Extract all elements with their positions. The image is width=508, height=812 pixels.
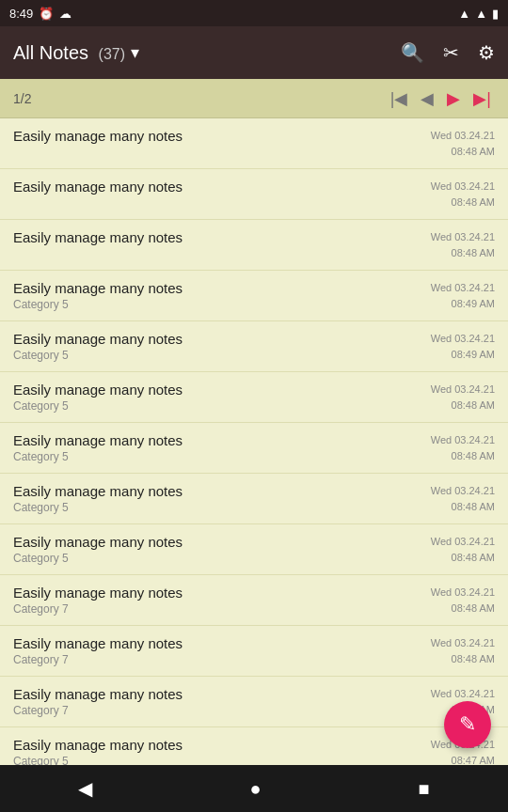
- note-date: Wed 03.24.2108:49 AM: [431, 331, 495, 362]
- wifi-icon: ▲: [458, 7, 470, 21]
- note-title: Easily manage many notes: [13, 483, 420, 499]
- last-page-button[interactable]: ▶|: [469, 86, 495, 111]
- note-title: Easily manage many notes: [13, 737, 420, 753]
- recent-apps-button[interactable]: ■: [418, 778, 429, 800]
- dropdown-arrow-icon[interactable]: ▾: [131, 42, 139, 63]
- note-title: Easily manage many notes: [13, 432, 420, 448]
- list-item[interactable]: Easily manage many notesCategory 5Wed 03…: [0, 372, 508, 423]
- note-title: Easily manage many notes: [13, 128, 420, 144]
- battery-icon: ▮: [492, 7, 499, 21]
- toolbar: All Notes (37) ▾ 🔍 ✂ ⚙: [0, 26, 508, 79]
- pagination-controls: |◀ ◀ ▶ ▶|: [387, 86, 495, 111]
- add-note-fab[interactable]: ✎: [444, 701, 491, 748]
- note-title: Easily manage many notes: [13, 179, 420, 195]
- list-item[interactable]: Easily manage many notesCategory 7Wed 03…: [0, 677, 508, 727]
- next-page-button[interactable]: ▶: [443, 86, 464, 111]
- note-category: Category 7: [13, 602, 420, 616]
- notes-list: Easily manage many notesWed 03.24.2108:4…: [0, 118, 508, 765]
- status-time: 8:49: [9, 7, 33, 21]
- note-title: Easily manage many notes: [13, 585, 420, 601]
- note-date: Wed 03.24.2108:48 AM: [431, 585, 495, 616]
- cloud-icon: ☁: [59, 7, 71, 21]
- list-item[interactable]: Easily manage many notesCategory 5Wed 03…: [0, 423, 508, 474]
- note-date: Wed 03.24.2108:48 AM: [431, 229, 495, 260]
- note-title: Easily manage many notes: [13, 229, 420, 245]
- note-date: Wed 03.24.2108:48 AM: [431, 432, 495, 463]
- note-date: Wed 03.24.2108:48 AM: [431, 128, 495, 159]
- note-title: Easily manage many notes: [13, 331, 420, 347]
- toolbar-actions: 🔍 ✂ ⚙: [401, 41, 495, 64]
- note-title: Easily manage many notes: [13, 686, 420, 702]
- list-item[interactable]: Easily manage many notesCategory 7Wed 03…: [0, 575, 508, 626]
- note-category: Category 5: [13, 298, 420, 311]
- note-category: Category 7: [13, 704, 420, 717]
- note-date: Wed 03.24.2108:48 AM: [431, 179, 495, 210]
- edit-icon: ✎: [459, 712, 476, 737]
- note-title: Easily manage many notes: [13, 635, 420, 651]
- scissors-icon[interactable]: ✂: [443, 41, 459, 64]
- toolbar-left: All Notes (37) ▾: [13, 42, 139, 64]
- status-bar: 8:49 ⏰ ☁ ▲ ▲ ▮: [0, 0, 508, 26]
- list-item[interactable]: Easily manage many notesCategory 5Wed 03…: [0, 474, 508, 524]
- note-category: Category 7: [13, 653, 420, 666]
- signal-icon: ▲: [475, 7, 487, 21]
- first-page-button[interactable]: |◀: [387, 86, 412, 111]
- prev-page-button[interactable]: ◀: [417, 86, 437, 111]
- settings-icon[interactable]: ⚙: [478, 41, 495, 64]
- search-icon[interactable]: 🔍: [401, 41, 424, 64]
- list-item[interactable]: Easily manage many notesCategory 5Wed 03…: [0, 524, 508, 575]
- note-title: Easily manage many notes: [13, 382, 420, 398]
- list-item[interactable]: Easily manage many notesWed 03.24.2108:4…: [0, 169, 508, 220]
- back-button[interactable]: ◀: [78, 777, 92, 800]
- list-item[interactable]: Easily manage many notesWed 03.24.2108:4…: [0, 220, 508, 271]
- pagination-bar: 1/2 |◀ ◀ ▶ ▶|: [0, 79, 508, 118]
- note-category: Category 5: [13, 501, 420, 514]
- note-date: Wed 03.24.2108:48 AM: [431, 534, 495, 565]
- all-notes-title: All Notes (37): [13, 42, 125, 64]
- list-item[interactable]: Easily manage many notesCategory 5Wed 03…: [0, 271, 508, 321]
- list-item[interactable]: Easily manage many notesCategory 5Wed 03…: [0, 321, 508, 372]
- note-category: Category 5: [13, 399, 420, 413]
- note-date: Wed 03.24.2108:49 AM: [431, 280, 495, 311]
- list-item[interactable]: Easily manage many notesCategory 7Wed 03…: [0, 626, 508, 677]
- note-date: Wed 03.24.2108:48 AM: [431, 635, 495, 666]
- status-left: 8:49 ⏰ ☁: [9, 7, 71, 21]
- note-category: Category 5: [13, 755, 420, 765]
- list-item[interactable]: Easily manage many notesWed 03.24.2108:4…: [0, 118, 508, 169]
- home-button[interactable]: ●: [249, 778, 261, 800]
- status-right: ▲ ▲ ▮: [458, 7, 499, 21]
- note-category: Category 5: [13, 450, 420, 463]
- note-category: Category 5: [13, 349, 420, 362]
- page-label: 1/2: [13, 91, 31, 106]
- note-title: Easily manage many notes: [13, 534, 420, 550]
- alarm-icon: ⏰: [39, 7, 54, 21]
- bottom-navigation: ◀ ● ■: [0, 765, 508, 812]
- list-item[interactable]: Easily manage many notesCategory 5Wed 03…: [0, 727, 508, 765]
- note-title: Easily manage many notes: [13, 280, 420, 296]
- note-category: Category 5: [13, 552, 420, 565]
- note-date: Wed 03.24.2108:48 AM: [431, 483, 495, 514]
- note-date: Wed 03.24.2108:48 AM: [431, 382, 495, 413]
